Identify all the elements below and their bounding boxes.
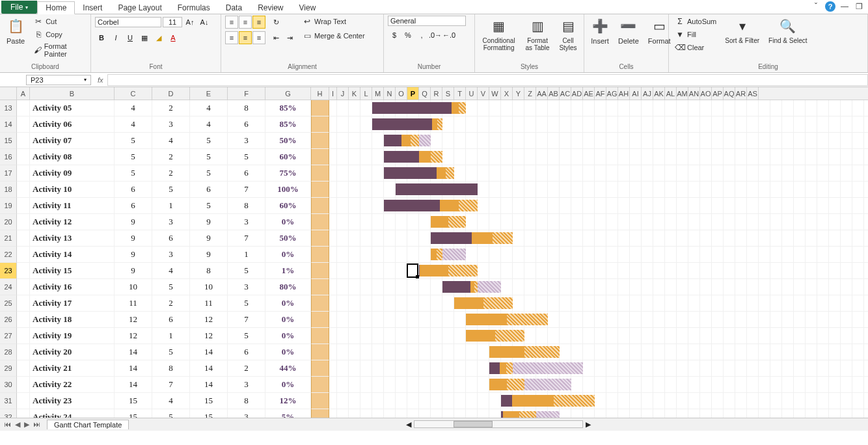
- col-header-H[interactable]: H: [311, 87, 329, 100]
- plan-start[interactable]: 12: [115, 328, 152, 344]
- table-row[interactable]: 27Activity 191211250%: [0, 328, 868, 344]
- plan-dur[interactable]: 2: [152, 295, 190, 312]
- col-header-AR[interactable]: AR: [735, 87, 747, 100]
- align-center-icon[interactable]: ≡: [239, 31, 252, 44]
- cell[interactable]: [17, 263, 30, 279]
- row-header[interactable]: 18: [0, 182, 17, 198]
- actual-start[interactable]: 9: [190, 214, 228, 230]
- table-row[interactable]: 32Activity 241551535%: [0, 409, 868, 418]
- col-header-Y[interactable]: Y: [513, 87, 524, 100]
- table-row[interactable]: 21Activity 13969750%: [0, 230, 868, 247]
- select-all-corner[interactable]: [0, 87, 17, 100]
- plan-dur[interactable]: 4: [152, 393, 190, 409]
- cut-button[interactable]: ✂Cut: [31, 16, 87, 27]
- tab-view[interactable]: View: [292, 2, 324, 14]
- col-header-Q[interactable]: Q: [419, 87, 431, 100]
- border-button[interactable]: ▦: [138, 31, 151, 44]
- plan-start[interactable]: 12: [115, 312, 152, 328]
- col-header-W[interactable]: W: [489, 87, 501, 100]
- spacer[interactable]: [329, 377, 337, 393]
- spacer[interactable]: [329, 263, 337, 279]
- activity-name[interactable]: Activity 07: [30, 133, 115, 149]
- actual-dur[interactable]: 1: [228, 247, 265, 263]
- table-row[interactable]: 26Activity 181261270%: [0, 312, 868, 328]
- italic-button[interactable]: I: [109, 31, 122, 44]
- cell[interactable]: [17, 409, 30, 418]
- actual-dur[interactable]: 3: [228, 279, 265, 295]
- cell[interactable]: [17, 133, 30, 149]
- plan-start[interactable]: 14: [115, 360, 152, 377]
- font-name-select[interactable]: Corbel: [95, 17, 161, 27]
- spacer[interactable]: [329, 247, 337, 263]
- activity-name[interactable]: Activity 21: [30, 360, 115, 377]
- spacer[interactable]: [329, 182, 337, 198]
- spacer[interactable]: [329, 344, 337, 360]
- pct-complete[interactable]: 50%: [265, 133, 311, 149]
- tab-file[interactable]: File: [1, 1, 37, 14]
- minimize-ribbon-icon[interactable]: ˇ: [811, 1, 821, 12]
- cell[interactable]: [17, 100, 30, 116]
- plan-dur[interactable]: 7: [152, 377, 190, 393]
- table-row[interactable]: 31Activity 2315415812%: [0, 393, 868, 409]
- plan-dur[interactable]: 2: [152, 149, 190, 165]
- actual-dur[interactable]: 8: [228, 100, 265, 116]
- currency-icon[interactable]: $: [388, 29, 401, 42]
- increase-indent-icon[interactable]: ⇥: [283, 31, 296, 44]
- col-header-AF[interactable]: AF: [595, 87, 606, 100]
- row-header[interactable]: 19: [0, 198, 17, 214]
- row-header[interactable]: 17: [0, 165, 17, 182]
- activity-name[interactable]: Activity 13: [30, 230, 115, 247]
- actual-start[interactable]: 5: [190, 198, 228, 214]
- spacer[interactable]: [329, 393, 337, 409]
- plan-start[interactable]: 9: [115, 247, 152, 263]
- cell[interactable]: [17, 116, 30, 133]
- pct-complete[interactable]: 0%: [265, 247, 311, 263]
- cell[interactable]: [17, 149, 30, 165]
- col-header-AP[interactable]: AP: [712, 87, 724, 100]
- actual-start[interactable]: 9: [190, 230, 228, 247]
- col-header-T[interactable]: T: [454, 87, 466, 100]
- row-header[interactable]: 13: [0, 100, 17, 116]
- plan-start[interactable]: 6: [115, 198, 152, 214]
- plan-start[interactable]: 15: [115, 409, 152, 418]
- plan-dur[interactable]: 6: [152, 312, 190, 328]
- orientation-icon[interactable]: ↻: [269, 16, 282, 29]
- actual-dur[interactable]: 5: [228, 295, 265, 312]
- activity-name[interactable]: Activity 17: [30, 295, 115, 312]
- increase-decimal-icon[interactable]: .0→: [429, 29, 442, 42]
- col-header-AL[interactable]: AL: [665, 87, 677, 100]
- cell[interactable]: [17, 182, 30, 198]
- actual-start[interactable]: 15: [190, 393, 228, 409]
- col-header-S[interactable]: S: [442, 87, 454, 100]
- activity-name[interactable]: Activity 24: [30, 409, 115, 418]
- spacer[interactable]: [329, 409, 337, 418]
- col-header-G[interactable]: G: [265, 87, 311, 100]
- col-header-I[interactable]: I: [329, 87, 337, 100]
- font-color-button[interactable]: A: [167, 31, 180, 44]
- col-header-R[interactable]: R: [431, 87, 442, 100]
- plan-start[interactable]: 15: [115, 393, 152, 409]
- pct-complete[interactable]: 85%: [265, 100, 311, 116]
- actual-start[interactable]: 4: [190, 100, 228, 116]
- col-header-M[interactable]: M: [372, 87, 384, 100]
- actual-dur[interactable]: 7: [228, 230, 265, 247]
- actual-start[interactable]: 12: [190, 328, 228, 344]
- row-header[interactable]: 28: [0, 344, 17, 360]
- plan-start[interactable]: 5: [115, 165, 152, 182]
- col-header-AN[interactable]: AN: [688, 87, 700, 100]
- pct-complete[interactable]: 0%: [265, 344, 311, 360]
- plan-dur[interactable]: 4: [152, 133, 190, 149]
- actual-dur[interactable]: 7: [228, 182, 265, 198]
- cell[interactable]: [17, 377, 30, 393]
- activity-name[interactable]: Activity 05: [30, 100, 115, 116]
- activity-name[interactable]: Activity 15: [30, 263, 115, 279]
- sheet-tab[interactable]: Gantt Chart Template: [47, 420, 129, 429]
- row-header[interactable]: 29: [0, 360, 17, 377]
- col-header-P[interactable]: P: [407, 87, 419, 100]
- cell[interactable]: [17, 344, 30, 360]
- plan-dur[interactable]: 4: [152, 263, 190, 279]
- delete-cells-button[interactable]: ➖Delete: [616, 16, 642, 46]
- actual-dur[interactable]: 3: [228, 214, 265, 230]
- tab-formulas[interactable]: Formulas: [170, 2, 218, 14]
- font-size-select[interactable]: 11: [163, 17, 182, 27]
